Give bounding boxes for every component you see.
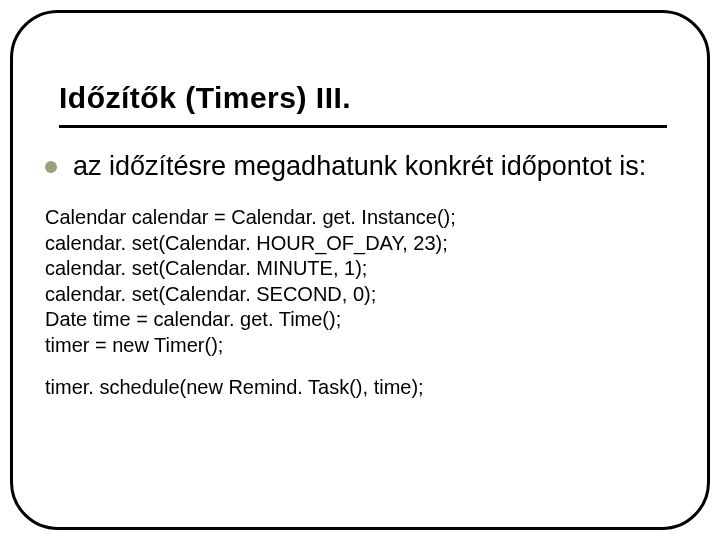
bullet-text: az időzítésre megadhatunk konkrét időpon…: [73, 150, 646, 183]
title-block: Időzítők (Timers) III.: [59, 81, 667, 128]
code-line: Calendar calendar = Calendar. get. Insta…: [45, 205, 667, 231]
code-block: Calendar calendar = Calendar. get. Insta…: [45, 205, 667, 400]
code-line: calendar. set(Calendar. SECOND, 0);: [45, 282, 667, 308]
code-line: Date time = calendar. get. Time();: [45, 307, 667, 333]
title-underline: [59, 125, 667, 128]
code-line: timer. schedule(new Remind. Task(), time…: [45, 375, 667, 401]
slide: Időzítők (Timers) III. az időzítésre meg…: [0, 0, 720, 540]
slide-body: az időzítésre megadhatunk konkrét időpon…: [53, 150, 667, 400]
code-line: calendar. set(Calendar. HOUR_OF_DAY, 23)…: [45, 231, 667, 257]
bullet-icon: [45, 161, 57, 173]
code-line: timer = new Timer();: [45, 333, 667, 359]
code-line: calendar. set(Calendar. MINUTE, 1);: [45, 256, 667, 282]
slide-title: Időzítők (Timers) III.: [59, 81, 667, 115]
bullet-item: az időzítésre megadhatunk konkrét időpon…: [45, 150, 667, 183]
code-gap: [45, 359, 667, 375]
slide-frame: Időzítők (Timers) III. az időzítésre meg…: [10, 10, 710, 530]
